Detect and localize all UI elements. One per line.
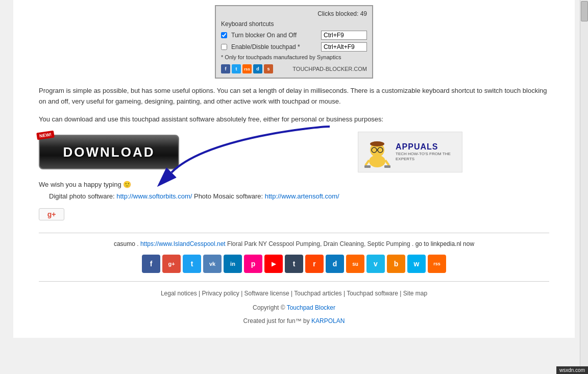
- cesspool-text: Floral Park NY Cesspool Pumping, Drain C…: [227, 240, 410, 247]
- keyboard-shortcuts-title: Keyboard shortcuts: [221, 20, 274, 28]
- clicks-blocked-label: Clicks blocked: 49: [317, 10, 367, 17]
- svg-rect-9: [364, 165, 371, 168]
- svg-rect-10: [384, 165, 390, 168]
- shortcut1-key-input[interactable]: [321, 31, 367, 40]
- blue-arrow: [156, 121, 350, 188]
- tw-icon-app: t: [232, 64, 241, 73]
- footer-site-map[interactable]: Site map: [403, 290, 427, 297]
- del-icon-app: d: [253, 64, 262, 73]
- social-icons-bar: f g+ t vk in p ▶ t r d su v b w rss: [39, 251, 549, 277]
- mosaic-prefix: Photo Mosaic software:: [194, 192, 265, 200]
- touchpad-blocker-link[interactable]: Touchpad Blocker: [287, 304, 335, 311]
- created-by-line: Created just for fun™ by KARPOLAN: [39, 314, 549, 328]
- gplus-icon: g+: [47, 210, 56, 218]
- su-icon-app: s: [264, 64, 273, 73]
- new-badge: NEW!: [36, 131, 55, 140]
- appuals-logo: APPUALS TECH HOW-TO'S FROM THE EXPERTS: [358, 132, 462, 172]
- social-facebook[interactable]: f: [142, 255, 160, 273]
- digital-photo-prefix: Digital photo software:: [49, 192, 116, 200]
- footer-nav-links: Legal notices | Privacy policy | Softwar…: [39, 286, 549, 301]
- social-reddit[interactable]: r: [305, 255, 324, 273]
- download-btn-text: Download: [63, 144, 155, 160]
- social-vk[interactable]: vk: [203, 255, 222, 273]
- cesspool-link[interactable]: https://www.IslandCesspool.net: [140, 240, 226, 247]
- mosaic-link[interactable]: http://www.artensoft.com/: [265, 192, 339, 200]
- fb-icon-app: f: [221, 64, 230, 73]
- app-screenshot: Clicks blocked: 49 Keyboard shortcuts Tu…: [23, 5, 565, 79]
- copyright-line: Copyright © Touchpad Blocker: [39, 301, 549, 314]
- download-button[interactable]: NEW! Download: [39, 135, 179, 169]
- footer-touchpad-software[interactable]: Touchpad software: [347, 290, 398, 297]
- shortcut-note: * Only for touchpads manufactured by Syn…: [221, 54, 341, 60]
- description-paragraph-1: Program is simple as possible, but has s…: [39, 86, 549, 107]
- social-twitter[interactable]: t: [183, 255, 201, 273]
- software-links: Digital photo software: http://www.softo…: [49, 192, 549, 200]
- social-delicious[interactable]: d: [326, 255, 344, 273]
- casumo-link[interactable]: casumo: [114, 240, 135, 247]
- shortcut1-checkbox[interactable]: [221, 32, 227, 38]
- shortcut1-label: Turn blocker On and Off: [231, 32, 317, 39]
- appuals-subtitle-text: TECH HOW-TO'S FROM THE EXPERTS: [396, 152, 457, 162]
- social-vimeo[interactable]: v: [366, 255, 385, 273]
- footer-legal-notices[interactable]: Legal notices: [161, 290, 197, 297]
- description-paragraph-2: You can download and use this touchpad a…: [39, 114, 549, 125]
- appuals-character-icon: [363, 136, 391, 169]
- social-linkedin[interactable]: in: [224, 255, 242, 273]
- footer-privacy-policy[interactable]: Privacy policy: [202, 290, 239, 297]
- google-plus-button[interactable]: g+: [39, 208, 64, 220]
- social-rss[interactable]: rss: [428, 255, 446, 273]
- svg-line-7: [365, 160, 369, 165]
- shortcut2-checkbox[interactable]: [221, 44, 227, 50]
- shortcut2-key-input[interactable]: [321, 42, 367, 52]
- social-googleplus[interactable]: g+: [162, 255, 181, 273]
- appuals-brand-text: APPUALS: [396, 142, 457, 152]
- domain-text: TOUCHPAD-BLOCKER.COM: [292, 66, 367, 72]
- social-tumblr[interactable]: t: [285, 255, 303, 273]
- footer-touchpad-articles[interactable]: Touchpad articles: [294, 290, 341, 297]
- social-pinterest[interactable]: p: [244, 255, 262, 273]
- social-stumbleupon[interactable]: su: [346, 255, 364, 273]
- social-youtube[interactable]: ▶: [264, 255, 283, 273]
- digital-photo-link[interactable]: http://www.softorbits.com/: [116, 192, 192, 200]
- linkpedia-link[interactable]: go to linkpedia.nl now: [415, 240, 474, 247]
- rss-icon-app: rss: [242, 64, 252, 73]
- watermark: wsxdn.com: [556, 366, 588, 374]
- svg-point-6: [370, 141, 384, 146]
- svg-line-8: [385, 160, 389, 165]
- shortcut2-label: Enable/Disble touchpad *: [231, 43, 317, 51]
- scrollbar-thumb[interactable]: [581, 1, 588, 21]
- footer-software-license[interactable]: Software license: [244, 290, 289, 297]
- happy-typing-text: We wish you a happy typing 🙂: [39, 181, 549, 188]
- social-windowslive[interactable]: w: [407, 255, 426, 273]
- karpolan-link[interactable]: KARPOLAN: [311, 317, 345, 325]
- social-blogger[interactable]: b: [387, 255, 405, 273]
- scrollbar[interactable]: [580, 0, 588, 374]
